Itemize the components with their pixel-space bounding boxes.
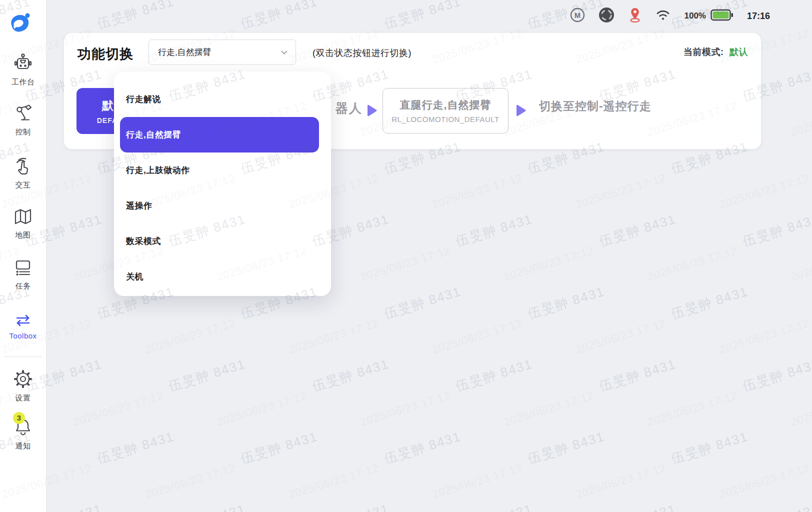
robot-head-icon (0, 53, 46, 75)
sidebar-item-label: 任务 (0, 282, 46, 291)
sidebar-item-label: 通知 (0, 442, 46, 451)
locomotion-step-box: 直腿行走,自然摆臂 RL_LOCOMOTION_DEFAULT (382, 88, 508, 134)
gear-icon (0, 369, 46, 391)
dropdown-item[interactable]: 关机 (114, 259, 331, 294)
notification-badge: 3 (13, 412, 25, 424)
dark-disc-icon (598, 7, 614, 25)
battery-icon (710, 9, 734, 23)
sidebar-item-control[interactable]: 控制 (0, 104, 46, 137)
panel-title: 功能切换 (78, 45, 134, 63)
dropdown-item[interactable]: 行走,上肢做动作 (114, 152, 331, 188)
mode-select-value: 行走,自然摆臂 (158, 46, 281, 58)
flow-arrow-icon (366, 104, 378, 118)
clock-time: 17:16 (747, 11, 770, 22)
occluded-step-text: 器人 (336, 100, 362, 116)
sidebar-item-label: 设置 (0, 394, 46, 403)
sidebar-item-label: 交互 (0, 180, 46, 190)
current-mode-value: 默认 (730, 47, 748, 57)
sidebar-item-label: 工作台 (0, 78, 46, 87)
sidebar-item-notifications[interactable]: 3 通知 (0, 417, 46, 451)
map-icon (0, 207, 46, 228)
dropdown-item[interactable]: 数采模式 (114, 224, 331, 259)
dropdown-item[interactable]: 行走解说 (114, 82, 331, 117)
sidebar-item-workbench[interactable]: 工作台 (0, 53, 46, 87)
sidebar: 工作台 控制 交互 (0, 0, 46, 512)
current-mode-label: 当前模式: (684, 47, 724, 57)
flow-end-text: 切换至控制-遥控行走 (539, 98, 652, 114)
wifi-icon (656, 9, 670, 23)
status-bar: M 100% 17:16 (570, 6, 770, 26)
step-title: 直腿行走,自然摆臂 (400, 98, 492, 112)
dropdown-item-selected[interactable]: 行走,自然摆臂 (120, 117, 319, 152)
sidebar-item-map[interactable]: 地图 (0, 207, 46, 240)
robot-arm-icon (0, 104, 46, 125)
sidebar-divider (4, 356, 42, 357)
m-circle-icon: M (570, 8, 585, 24)
app-logo-icon (8, 12, 32, 36)
swap-arrows-icon (0, 314, 46, 329)
double-click-hint: (双击状态按钮进行切换) (312, 47, 412, 59)
location-pin-icon (628, 7, 642, 25)
step-subtitle: RL_LOCOMOTION_DEFAULT (392, 115, 499, 124)
touch-gesture-icon (0, 156, 46, 178)
sidebar-item-toolbox[interactable]: Toolbox (0, 314, 46, 340)
sidebar-item-label: 地图 (0, 230, 46, 240)
mode-dropdown-menu: 行走解说 行走,自然摆臂 行走,上肢做动作 遥操作 数采模式 关机 (114, 72, 331, 296)
sidebar-item-settings[interactable]: 设置 (0, 369, 46, 403)
current-mode: 当前模式: 默认 (684, 46, 748, 58)
sidebar-item-label: 控制 (0, 128, 46, 137)
chevron-down-icon (281, 48, 288, 57)
flow-arrow-icon (515, 104, 526, 118)
mode-select[interactable]: 行走,自然摆臂 (148, 40, 296, 65)
task-monitor-icon (0, 258, 46, 279)
sidebar-item-tasks[interactable]: 任务 (0, 258, 46, 291)
sidebar-item-label: Toolbox (0, 332, 46, 340)
svg-text:M: M (574, 11, 581, 20)
dropdown-item[interactable]: 遥操作 (114, 188, 331, 224)
sidebar-item-interaction[interactable]: 交互 (0, 156, 46, 190)
battery-percent-text: 100% (684, 11, 706, 21)
